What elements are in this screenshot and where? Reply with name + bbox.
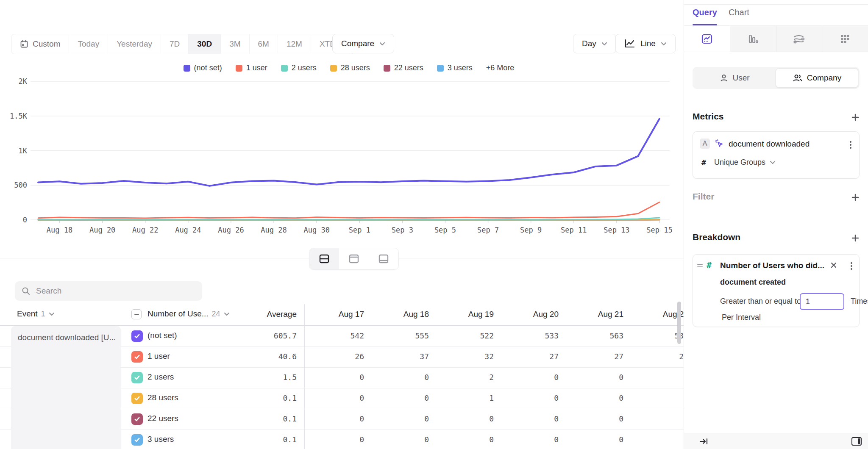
plus-icon xyxy=(851,114,859,121)
row-value-cell: 2 xyxy=(435,373,494,382)
event-header-label: Event xyxy=(17,309,38,319)
search-input[interactable] xyxy=(35,286,195,296)
x-axis-label: Sep 15 xyxy=(646,226,672,234)
check-icon xyxy=(134,437,140,443)
chevron-down-icon xyxy=(49,312,55,316)
table-header: Event 1 Number of Use... 24 Average Aug … xyxy=(0,304,684,326)
y-axis-label: 1.5K xyxy=(10,112,28,120)
chart-type-line-tab[interactable] xyxy=(684,26,730,52)
date-column-header: Aug 18 xyxy=(370,310,429,319)
row-label: 3 users xyxy=(147,435,174,444)
chevron-down-icon xyxy=(770,161,776,164)
row-value-cell: 0 xyxy=(370,394,429,402)
x-axis-label: Aug 20 xyxy=(89,226,115,234)
event-cell-label: document downloaded [U... xyxy=(11,326,121,342)
breakdown-interval-label[interactable]: Per Interval xyxy=(722,313,761,322)
row-label: 22 users xyxy=(147,414,178,423)
row-label: 1 user xyxy=(147,352,170,361)
metric-card[interactable]: A document downloaded # Unique Groups xyxy=(693,131,860,179)
main-area: CustomTodayYesterday7D30D3M6M12MXTD Comp… xyxy=(0,0,684,449)
y-axis-label: 1K xyxy=(19,147,28,155)
metrics-heading: Metrics xyxy=(693,111,724,122)
row-label: (not set) xyxy=(147,331,177,340)
add-breakdown-button[interactable] xyxy=(849,232,861,244)
breakdown-card[interactable]: # Number of Users who did... document cr… xyxy=(693,254,860,327)
date-column-header: Aug 19 xyxy=(435,310,494,319)
row-checkbox[interactable] xyxy=(131,372,143,383)
row-value-cell: 26 xyxy=(305,352,364,361)
breakdown-times-label: Times xyxy=(851,297,868,306)
chart-type-bar-tab[interactable] xyxy=(730,26,776,52)
row-value-cell: 27 xyxy=(500,352,559,361)
row-average: 1.5 xyxy=(237,373,297,382)
bar-chart-icon xyxy=(748,34,759,44)
date-column-header: Aug 20 xyxy=(500,310,559,319)
breakdown-condition-label: Greater than or equal to xyxy=(720,297,801,306)
row-value-cell: 0 xyxy=(305,373,364,382)
filter-heading: Filter xyxy=(693,191,714,202)
row-checkbox[interactable] xyxy=(131,413,143,425)
event-column-header[interactable]: Event 1 xyxy=(17,309,55,319)
measure-selector[interactable]: Unique Groups xyxy=(714,158,776,167)
flow-chart-icon xyxy=(793,34,805,44)
row-average: 40.6 xyxy=(237,352,297,361)
row-value-cell: 555 xyxy=(370,331,429,340)
scope-user-option[interactable]: User xyxy=(694,68,776,88)
scope-user-label: User xyxy=(732,73,749,83)
layout-table-only-button[interactable] xyxy=(369,248,398,269)
scope-company-option[interactable]: Company xyxy=(776,68,858,88)
close-icon[interactable] xyxy=(830,262,837,269)
select-all-checkbox[interactable] xyxy=(131,309,142,319)
add-filter-button[interactable] xyxy=(849,191,861,203)
chart-type-flow-tab[interactable] xyxy=(776,26,822,52)
row-value-cell: 26 xyxy=(629,352,684,361)
metric-menu-icon[interactable] xyxy=(848,139,853,150)
row-checkbox[interactable] xyxy=(131,330,143,342)
layout-split-button[interactable] xyxy=(309,248,339,269)
series-line-1-user xyxy=(38,202,659,218)
panel-top-divider xyxy=(684,4,868,5)
query-panel: Query Chart xyxy=(684,0,868,449)
row-value-cell: 0 xyxy=(305,435,364,444)
row-average: 605.7 xyxy=(237,331,297,340)
series-line--not-set- xyxy=(38,119,659,186)
drag-handle-icon[interactable] xyxy=(697,264,703,267)
y-axis-label: 2K xyxy=(19,77,28,86)
group-column-header[interactable]: Number of Use... 24 xyxy=(147,309,230,319)
plus-icon xyxy=(851,234,859,242)
row-checkbox[interactable] xyxy=(131,351,143,363)
metric-event-name: document downloaded xyxy=(729,139,810,149)
row-checkbox[interactable] xyxy=(131,434,143,446)
check-icon xyxy=(134,333,140,339)
grid-dots-icon xyxy=(840,34,851,44)
row-value-cell: 0 xyxy=(629,394,684,402)
row-label: 2 users xyxy=(147,372,174,382)
table-scrollbar[interactable] xyxy=(677,302,681,344)
row-value-cell: 0 xyxy=(629,414,684,423)
measure-label: Unique Groups xyxy=(714,158,765,167)
x-axis-label: Aug 30 xyxy=(303,226,329,234)
toggle-sidebar-icon[interactable] xyxy=(851,436,862,446)
breakdown-menu-icon[interactable] xyxy=(849,261,854,272)
breakdown-event: document created xyxy=(720,278,786,287)
check-icon xyxy=(134,374,140,381)
x-axis-label: Sep 9 xyxy=(520,226,542,234)
row-value-cell: 533 xyxy=(500,331,559,340)
row-value-cell: 0 xyxy=(435,435,494,444)
row-value-cell: 0 xyxy=(565,394,623,402)
add-metric-button[interactable] xyxy=(849,111,861,123)
tab-query[interactable]: Query xyxy=(693,8,717,17)
event-cell[interactable]: document downloaded [U... xyxy=(11,326,121,449)
breakdown-title: Number of Users who did... xyxy=(720,261,826,270)
collapse-panel-icon[interactable] xyxy=(699,438,709,445)
layout-chart-only-button[interactable] xyxy=(339,248,369,269)
row-checkbox[interactable] xyxy=(131,393,143,404)
row-value-cell: 0 xyxy=(305,414,364,423)
chart-type-grid-tab[interactable] xyxy=(822,26,868,52)
row-value-cell: 0 xyxy=(370,414,429,423)
scope-company-label: Company xyxy=(807,73,841,83)
tab-chart[interactable]: Chart xyxy=(729,8,749,17)
times-value-input[interactable] xyxy=(800,293,844,310)
row-value-cell: 37 xyxy=(370,352,429,361)
company-icon xyxy=(793,74,803,82)
